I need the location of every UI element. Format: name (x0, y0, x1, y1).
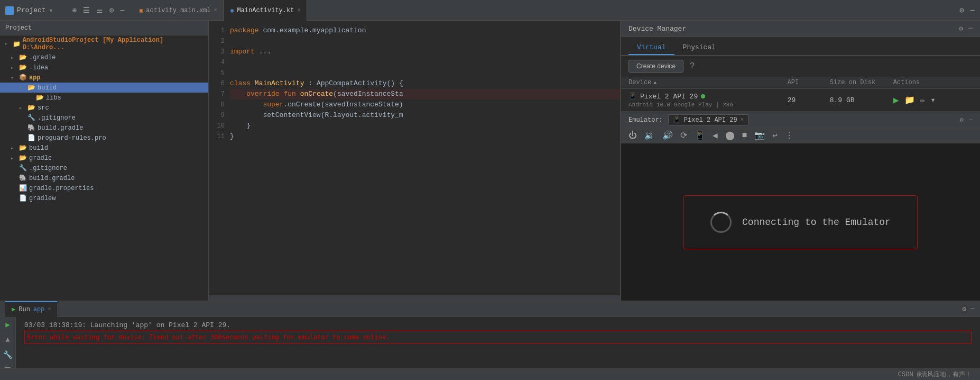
wrench-icon[interactable]: 🔧 (3, 350, 12, 359)
tree-item-proguard[interactable]: ▸ 📄 proguard-rules.pro (0, 133, 208, 143)
emulator-settings-icon[interactable]: ⚙ (960, 116, 964, 124)
close-icon[interactable]: ─ (970, 6, 975, 15)
settings-right-icon[interactable]: ⚙ (959, 6, 964, 15)
tree-item-build-gradle-root[interactable]: ▸ 🐘 build.gradle (0, 173, 208, 183)
xml-icon: ▣ (140, 7, 143, 14)
device-api: 29 (788, 96, 830, 104)
tree-item-build[interactable]: ▾ 📂 build (0, 83, 208, 93)
device-name-label: Pixel 2 API 29 (640, 93, 698, 101)
tree-item-gradle-root[interactable]: ▸ 📂 gradle (0, 153, 208, 163)
camera-icon[interactable]: 📷 (754, 130, 765, 141)
tree-item-idea[interactable]: ▸ 📂 .idea (0, 62, 208, 73)
line-numbers: 1 2 3 4 5 6 7 8 9 10 11 (209, 21, 230, 295)
phone-icon: 📱 (628, 92, 637, 101)
device-manager-header: Device Manager ⚙ ─ (621, 21, 980, 37)
editor-content[interactable]: 1 2 3 4 5 6 7 8 9 10 11 package com.exam… (209, 21, 620, 295)
tree-item-libs[interactable]: ▸ 📂 libs (0, 93, 208, 103)
emulator-tab[interactable]: 📱 Pixel 2 API 29 × (668, 114, 748, 125)
git-icon: 🔧 (19, 164, 27, 172)
create-device-button[interactable]: Create device (628, 60, 683, 73)
replay-icon[interactable]: ↩ (772, 130, 778, 141)
rotate-icon[interactable]: ⟳ (680, 130, 687, 141)
horizontal-scrollbar[interactable] (209, 295, 620, 301)
chevron-right-icon: ▸ (19, 105, 25, 111)
dm-settings-icon[interactable]: ⚙ (959, 24, 963, 33)
up-icon[interactable]: ▲ (5, 336, 10, 344)
close-emulator-tab[interactable]: × (741, 117, 744, 123)
settings-icon[interactable]: ⚙ (109, 6, 114, 15)
tree-item-gradle[interactable]: ▸ 📂 .gradle (0, 52, 208, 62)
power-icon[interactable]: ⏻ (628, 131, 637, 141)
col-api: API (788, 79, 830, 86)
stop-icon[interactable]: ■ (742, 131, 747, 140)
new-file-icon[interactable]: ⊕ (72, 6, 76, 15)
bottom-panel: ▶ Run app × ⚙ ─ ▶ ▲ 🔧 ☰ 03/03 18:38:19: … (0, 301, 980, 380)
connecting-box: Connecting to the Emulator (683, 195, 918, 249)
tree-label-src: src (38, 104, 49, 112)
play-bottom-icon[interactable]: ▶ (5, 320, 10, 329)
code-editor[interactable]: package com.example.myapplication import… (230, 21, 620, 295)
bottom-close-icon[interactable]: ─ (970, 305, 975, 313)
tree-item-gradle-properties[interactable]: ▸ 📊 gradle.properties (0, 183, 208, 193)
tree-label-gradlew: gradlew (29, 195, 56, 202)
phone-portrait-icon[interactable]: 📱 (695, 130, 705, 141)
tab-activity-main-xml[interactable]: ▣ activity_main.xml × (133, 0, 224, 21)
git-icon: 🔧 (27, 114, 35, 122)
code-line-7: override fun onCreate(savedInstanceSta (230, 89, 620, 99)
tab-virtual[interactable]: Virtual (628, 41, 674, 55)
project-dropdown-icon[interactable]: ▾ (49, 6, 53, 15)
tab-run[interactable]: ▶ Run app × (5, 301, 57, 317)
edit-action-icon[interactable]: ✏️ (920, 95, 926, 105)
project-menu[interactable]: Project ▾ (5, 6, 53, 15)
tab-physical[interactable]: Physical (674, 41, 724, 55)
bottom-settings-icon[interactable]: ⚙ (962, 305, 966, 313)
dm-minimize-icon[interactable]: ─ (968, 24, 973, 33)
tree-item-build-root[interactable]: ▸ 📂 build (0, 143, 208, 153)
chevron-right-icon: ▸ (11, 55, 17, 61)
close-xml-tab[interactable]: × (214, 7, 217, 13)
bottom-left-icons: ▶ ▲ 🔧 ☰ (0, 317, 16, 368)
help-icon[interactable]: ? (690, 61, 695, 71)
tree-item-src[interactable]: ▸ 📂 src (0, 103, 208, 113)
project-icon (5, 6, 14, 15)
sync-icon[interactable]: ☰ (83, 6, 90, 15)
tree-label-libs: libs (46, 94, 61, 102)
more-options-icon[interactable]: ⋮ (785, 130, 793, 141)
folder-icon: 📂 (36, 94, 44, 102)
chevron-down-icon: ▾ (19, 85, 25, 91)
tree-item-app[interactable]: ▾ 📦 app (0, 73, 208, 83)
tree-item-root[interactable]: ▾ 📁 AndroidStudioProject [My Application… (0, 35, 208, 52)
status-online-dot (701, 94, 705, 98)
play-icon[interactable]: ▶ (893, 94, 899, 106)
folder-action-icon[interactable]: 📁 (904, 95, 915, 105)
tree-label-gitignore-app: .gitignore (38, 114, 76, 122)
code-line-2 (230, 36, 620, 47)
tab-mainactivity-kt[interactable]: ◉ MainActivity.kt × (224, 0, 308, 21)
back-icon[interactable]: ◀ (713, 130, 718, 141)
app-label: app (33, 306, 45, 313)
close-run-tab[interactable]: × (48, 306, 51, 312)
tree-item-build-gradle-app[interactable]: ▸ 🐘 build.gradle (0, 123, 208, 133)
home-icon[interactable]: ⬤ (725, 130, 735, 141)
title-bar: Project ▾ ⊕ ☰ ⚌ ⚙ ─ ▣ activity_main.xml … (0, 0, 980, 21)
file-icon: 📄 (19, 194, 27, 202)
emulator-minimize-icon[interactable]: ─ (969, 116, 973, 124)
col-device[interactable]: Device ▲ (628, 79, 788, 86)
code-line-10: } (230, 121, 620, 131)
tree-item-gradlew[interactable]: ▸ 📄 gradlew (0, 193, 208, 203)
minimize-icon[interactable]: ─ (120, 6, 124, 15)
close-kt-tab[interactable]: × (297, 7, 300, 13)
volume-down-icon[interactable]: 🔉 (644, 130, 655, 141)
tree-item-gitignore-app[interactable]: ▸ 🔧 .gitignore (0, 113, 208, 123)
emulator-content: Connecting to the Emulator (621, 143, 980, 301)
dropdown-action-icon[interactable]: ▾ (930, 95, 936, 105)
tab-kt-label: MainActivity.kt (237, 7, 294, 14)
device-actions: ▶ 📁 ✏️ ▾ (893, 94, 973, 106)
volume-up-icon[interactable]: 🔊 (662, 130, 673, 141)
folder-icon: 📂 (19, 53, 27, 61)
editor-area: 1 2 3 4 5 6 7 8 9 10 11 package com.exam… (209, 21, 621, 301)
col-size: Size on Disk (830, 79, 893, 86)
structure-icon[interactable]: ⚌ (96, 6, 103, 15)
tree-item-gitignore-root[interactable]: ▸ 🔧 .gitignore (0, 163, 208, 173)
sidebar-header: Project (0, 21, 208, 35)
